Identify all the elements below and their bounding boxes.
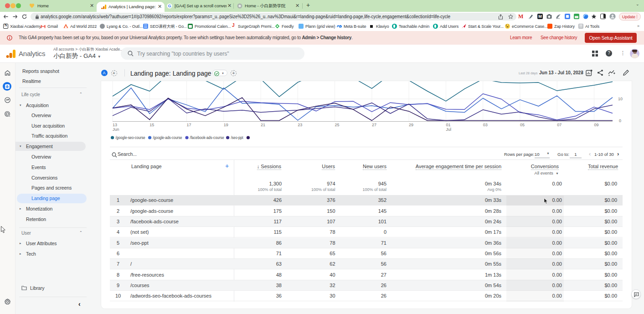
svg-text:21: 21 — [261, 123, 265, 127]
svg-text:19: 19 — [224, 123, 228, 127]
svg-text:13: 13 — [113, 123, 117, 127]
svg-text:/google-ads-course: /google-ads-course — [153, 135, 182, 140]
svg-text:17: 17 — [187, 123, 191, 127]
svg-text:/facebook-ads-course: /facebook-ads-course — [190, 135, 224, 140]
svg-text:09: 09 — [594, 123, 599, 127]
svg-text:G: G — [168, 4, 171, 8]
svg-text:07: 07 — [557, 123, 562, 127]
svg-text:Jun: Jun — [113, 127, 119, 132]
svg-text:25: 25 — [335, 123, 340, 127]
svg-text:/google-seo-course: /google-seo-course — [116, 135, 145, 140]
svg-text:15: 15 — [149, 123, 154, 127]
svg-text:analytics.google.com/analytics: analytics.google.com/analytics/web/?auth… — [41, 14, 450, 19]
svg-text:05: 05 — [520, 123, 525, 127]
svg-text:01: 01 — [446, 123, 450, 127]
svg-text:/seo-ppt: /seo-ppt — [231, 135, 243, 140]
svg-text:10: 10 — [618, 97, 623, 101]
svg-text:03: 03 — [483, 123, 488, 127]
svg-text:23: 23 — [298, 123, 302, 127]
svg-text:29: 29 — [409, 123, 413, 127]
svg-text:Jul: Jul — [446, 127, 451, 132]
svg-text:27: 27 — [372, 123, 376, 127]
svg-text:0: 0 — [619, 118, 621, 123]
